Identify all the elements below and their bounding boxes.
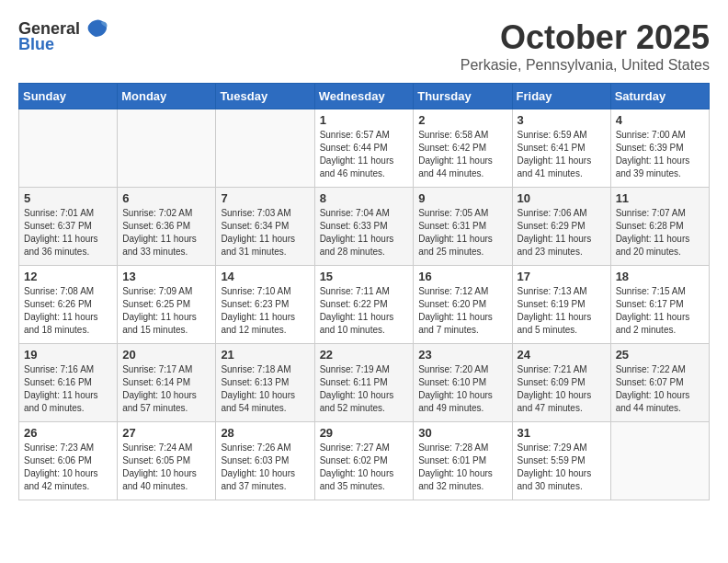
day-info: Sunrise: 7:27 AM Sunset: 6:02 PM Dayligh… <box>320 442 409 493</box>
day-number: 20 <box>122 348 210 362</box>
calendar-cell: 21Sunrise: 7:18 AM Sunset: 6:13 PM Dayli… <box>216 344 314 422</box>
day-info: Sunrise: 7:00 AM Sunset: 6:39 PM Dayligh… <box>616 129 704 180</box>
day-info: Sunrise: 7:13 AM Sunset: 6:19 PM Dayligh… <box>518 285 606 337</box>
calendar-cell: 18Sunrise: 7:15 AM Sunset: 6:17 PM Dayli… <box>610 266 709 344</box>
day-number: 26 <box>24 426 112 440</box>
day-header-thursday: Thursday <box>414 84 512 109</box>
calendar-cell: 6Sunrise: 7:02 AM Sunset: 6:36 PM Daylig… <box>118 188 216 266</box>
day-info: Sunrise: 7:02 AM Sunset: 6:36 PM Dayligh… <box>122 207 210 259</box>
title-area: October 2025 Perkasie, Pennsylvania, Uni… <box>461 18 710 74</box>
day-number: 21 <box>221 348 309 362</box>
day-info: Sunrise: 7:26 AM Sunset: 6:03 PM Dayligh… <box>221 442 309 493</box>
day-info: Sunrise: 7:19 AM Sunset: 6:11 PM Dayligh… <box>320 363 409 415</box>
calendar-cell: 17Sunrise: 7:13 AM Sunset: 6:19 PM Dayli… <box>512 266 610 344</box>
calendar-week-row: 26Sunrise: 7:23 AM Sunset: 6:06 PM Dayli… <box>19 422 710 500</box>
day-number: 22 <box>320 348 409 362</box>
calendar-cell: 16Sunrise: 7:12 AM Sunset: 6:20 PM Dayli… <box>414 266 512 344</box>
day-number: 15 <box>320 270 409 283</box>
day-number: 14 <box>221 270 309 283</box>
calendar-cell <box>19 109 118 188</box>
calendar-cell: 2Sunrise: 6:58 AM Sunset: 6:42 PM Daylig… <box>414 109 512 188</box>
day-number: 17 <box>518 270 606 283</box>
day-number: 30 <box>418 426 506 440</box>
calendar-cell: 30Sunrise: 7:28 AM Sunset: 6:01 PM Dayli… <box>414 422 512 500</box>
calendar-cell: 19Sunrise: 7:16 AM Sunset: 6:16 PM Dayli… <box>19 344 118 422</box>
day-info: Sunrise: 7:04 AM Sunset: 6:33 PM Dayligh… <box>320 207 409 259</box>
day-header-monday: Monday <box>118 84 216 109</box>
day-number: 16 <box>418 270 506 283</box>
day-number: 2 <box>418 113 506 127</box>
calendar-week-row: 5Sunrise: 7:01 AM Sunset: 6:37 PM Daylig… <box>19 188 710 266</box>
day-header-friday: Friday <box>512 84 610 109</box>
calendar-cell <box>610 422 709 500</box>
calendar-cell <box>118 109 216 188</box>
day-number: 23 <box>418 348 506 362</box>
day-number: 13 <box>122 270 210 283</box>
calendar-cell: 1Sunrise: 6:57 AM Sunset: 6:44 PM Daylig… <box>314 109 414 188</box>
calendar-cell: 5Sunrise: 7:01 AM Sunset: 6:37 PM Daylig… <box>19 188 118 266</box>
day-info: Sunrise: 7:09 AM Sunset: 6:25 PM Dayligh… <box>122 285 210 337</box>
day-number: 4 <box>616 113 704 127</box>
day-number: 25 <box>616 348 704 362</box>
calendar-cell: 20Sunrise: 7:17 AM Sunset: 6:14 PM Dayli… <box>118 344 216 422</box>
day-number: 19 <box>24 348 112 362</box>
day-info: Sunrise: 7:12 AM Sunset: 6:20 PM Dayligh… <box>418 285 506 337</box>
day-info: Sunrise: 7:28 AM Sunset: 6:01 PM Dayligh… <box>418 442 506 493</box>
day-info: Sunrise: 7:24 AM Sunset: 6:05 PM Dayligh… <box>122 442 210 493</box>
day-info: Sunrise: 7:07 AM Sunset: 6:28 PM Dayligh… <box>616 207 704 259</box>
day-number: 12 <box>24 270 112 283</box>
day-number: 9 <box>418 191 506 205</box>
day-number: 6 <box>122 191 210 205</box>
day-info: Sunrise: 7:06 AM Sunset: 6:29 PM Dayligh… <box>518 207 606 259</box>
logo: General Blue <box>18 18 108 54</box>
month-title: October 2025 <box>461 18 710 57</box>
day-header-tuesday: Tuesday <box>216 84 314 109</box>
day-number: 3 <box>518 113 606 127</box>
calendar-cell: 24Sunrise: 7:21 AM Sunset: 6:09 PM Dayli… <box>512 344 610 422</box>
calendar-cell: 22Sunrise: 7:19 AM Sunset: 6:11 PM Dayli… <box>314 344 414 422</box>
day-number: 27 <box>122 426 210 440</box>
calendar-cell: 12Sunrise: 7:08 AM Sunset: 6:26 PM Dayli… <box>19 266 118 344</box>
day-info: Sunrise: 7:08 AM Sunset: 6:26 PM Dayligh… <box>24 285 112 337</box>
day-number: 31 <box>518 426 606 440</box>
calendar-cell <box>216 109 314 188</box>
calendar-cell: 26Sunrise: 7:23 AM Sunset: 6:06 PM Dayli… <box>19 422 118 500</box>
calendar-cell: 15Sunrise: 7:11 AM Sunset: 6:22 PM Dayli… <box>314 266 414 344</box>
calendar-cell: 7Sunrise: 7:03 AM Sunset: 6:34 PM Daylig… <box>216 188 314 266</box>
day-info: Sunrise: 6:57 AM Sunset: 6:44 PM Dayligh… <box>320 129 409 180</box>
day-info: Sunrise: 7:11 AM Sunset: 6:22 PM Dayligh… <box>320 285 409 337</box>
day-info: Sunrise: 7:05 AM Sunset: 6:31 PM Dayligh… <box>418 207 506 259</box>
day-info: Sunrise: 7:17 AM Sunset: 6:14 PM Dayligh… <box>122 363 210 415</box>
calendar-cell: 10Sunrise: 7:06 AM Sunset: 6:29 PM Dayli… <box>512 188 610 266</box>
calendar-week-row: 1Sunrise: 6:57 AM Sunset: 6:44 PM Daylig… <box>19 109 710 188</box>
calendar-cell: 31Sunrise: 7:29 AM Sunset: 5:59 PM Dayli… <box>512 422 610 500</box>
day-info: Sunrise: 7:10 AM Sunset: 6:23 PM Dayligh… <box>221 285 309 337</box>
day-info: Sunrise: 7:21 AM Sunset: 6:09 PM Dayligh… <box>518 363 606 415</box>
day-number: 24 <box>518 348 606 362</box>
day-info: Sunrise: 7:15 AM Sunset: 6:17 PM Dayligh… <box>616 285 704 337</box>
calendar-cell: 23Sunrise: 7:20 AM Sunset: 6:10 PM Dayli… <box>414 344 512 422</box>
day-info: Sunrise: 7:18 AM Sunset: 6:13 PM Dayligh… <box>221 363 309 415</box>
calendar-cell: 11Sunrise: 7:07 AM Sunset: 6:28 PM Dayli… <box>610 188 709 266</box>
calendar-cell: 4Sunrise: 7:00 AM Sunset: 6:39 PM Daylig… <box>610 109 709 188</box>
calendar-cell: 8Sunrise: 7:04 AM Sunset: 6:33 PM Daylig… <box>314 188 414 266</box>
location-title: Perkasie, Pennsylvania, United States <box>461 57 710 74</box>
day-number: 5 <box>24 191 112 205</box>
day-number: 1 <box>320 113 409 127</box>
day-info: Sunrise: 7:23 AM Sunset: 6:06 PM Dayligh… <box>24 442 112 493</box>
day-header-sunday: Sunday <box>19 84 118 109</box>
calendar-table: SundayMondayTuesdayWednesdayThursdayFrid… <box>18 83 710 500</box>
calendar-cell: 14Sunrise: 7:10 AM Sunset: 6:23 PM Dayli… <box>216 266 314 344</box>
day-number: 8 <box>320 191 409 205</box>
day-info: Sunrise: 6:59 AM Sunset: 6:41 PM Dayligh… <box>518 129 606 180</box>
day-header-saturday: Saturday <box>610 84 709 109</box>
day-info: Sunrise: 7:16 AM Sunset: 6:16 PM Dayligh… <box>24 363 112 415</box>
day-info: Sunrise: 7:22 AM Sunset: 6:07 PM Dayligh… <box>616 363 704 415</box>
day-number: 29 <box>320 426 409 440</box>
calendar-cell: 29Sunrise: 7:27 AM Sunset: 6:02 PM Dayli… <box>314 422 414 500</box>
calendar-cell: 27Sunrise: 7:24 AM Sunset: 6:05 PM Dayli… <box>118 422 216 500</box>
day-number: 11 <box>616 191 704 205</box>
logo-blue-text: Blue <box>18 35 54 54</box>
logo-bird-icon <box>83 18 108 39</box>
calendar-week-row: 19Sunrise: 7:16 AM Sunset: 6:16 PM Dayli… <box>19 344 710 422</box>
